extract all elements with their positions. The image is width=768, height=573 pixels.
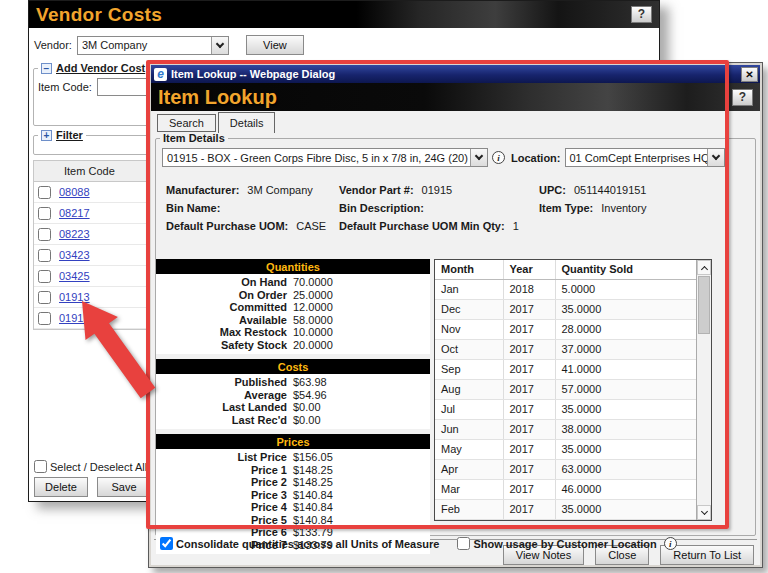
item-checkbox[interactable]	[38, 291, 51, 304]
section-row: Price 1$148.25	[156, 464, 430, 477]
location-select[interactable]: 01 ComCept Enterprises HQ	[565, 148, 725, 167]
tab-bar: Search Details	[151, 111, 760, 132]
page-title: Vendor Costs	[36, 4, 631, 26]
item-checkbox[interactable]	[38, 249, 51, 262]
chevron-down-icon[interactable]	[707, 149, 724, 166]
item-code-link[interactable]: 08088	[59, 186, 90, 198]
section-row: Safety Stock20.0000	[156, 339, 430, 352]
info-icon[interactable]: i	[492, 151, 505, 164]
table-cell: 2017	[503, 320, 555, 340]
year-column-header[interactable]: Year	[503, 260, 555, 280]
location-select-value: 01 ComCept Enterprises HQ	[566, 152, 707, 164]
item-checkbox[interactable]	[38, 270, 51, 283]
table-cell: 2017	[503, 300, 555, 320]
table-cell: 38.0000	[555, 420, 697, 440]
quantities-header: Quantities	[156, 259, 430, 274]
chevron-down-icon[interactable]	[211, 37, 228, 54]
tab-search[interactable]: Search	[157, 114, 216, 132]
item-code-link[interactable]: 08223	[59, 228, 90, 240]
add-vendor-cost-label[interactable]: Add Vendor Cost	[56, 62, 145, 74]
section-row: Price 4$140.84	[156, 501, 430, 514]
select-all-checkbox[interactable]	[34, 460, 47, 473]
save-button[interactable]: Save	[97, 477, 151, 497]
info-icon[interactable]: i	[664, 537, 677, 550]
table-row[interactable]: Aug201757.0000	[435, 380, 697, 400]
item-code-link[interactable]: 03425	[59, 270, 90, 282]
dialog-help-icon[interactable]: ?	[732, 89, 753, 106]
vendor-select[interactable]: 3M Company	[77, 36, 229, 55]
section-row: Price 2$148.25	[156, 476, 430, 489]
item-checkbox[interactable]	[38, 186, 51, 199]
item-select[interactable]: 01915 - BOX - Green Corps Fibre Disc, 5 …	[162, 148, 488, 167]
table-cell: 63.0000	[555, 460, 697, 480]
vendor-select-value: 3M Company	[78, 39, 211, 51]
table-row[interactable]: Dec201735.0000	[435, 300, 697, 320]
month-column-header[interactable]: Month	[435, 260, 503, 280]
table-row[interactable]: May201735.0000	[435, 440, 697, 460]
item-code-link[interactable]: 01913	[59, 291, 90, 303]
expand-icon[interactable]: +	[41, 130, 52, 141]
table-row[interactable]: Jan201735.0000	[435, 520, 697, 522]
show-usage-checkbox[interactable]	[457, 537, 470, 550]
location-label: Location:	[511, 152, 561, 164]
item-code-link[interactable]: 03423	[59, 249, 90, 261]
table-cell: 2017	[503, 500, 555, 520]
ie-icon: e	[154, 68, 167, 81]
view-button[interactable]: View	[246, 35, 304, 55]
scrollbar-thumb[interactable]	[698, 276, 710, 334]
bin-name-label: Bin Name:	[166, 202, 220, 214]
table-cell: May	[435, 440, 503, 460]
show-usage-option[interactable]: Show usage by Customer Location i	[457, 537, 676, 550]
item-code-link[interactable]: 01915	[59, 312, 90, 324]
table-row[interactable]: Jul201735.0000	[435, 400, 697, 420]
table-cell: 2017	[503, 480, 555, 500]
upc-label: UPC:	[539, 184, 566, 196]
filter-label[interactable]: Filter	[56, 129, 83, 141]
consolidate-checkbox[interactable]	[160, 537, 173, 550]
table-row[interactable]: Apr201763.0000	[435, 460, 697, 480]
table-row[interactable]: Jun201738.0000	[435, 420, 697, 440]
table-row[interactable]: Feb201735.0000	[435, 500, 697, 520]
select-deselect-all[interactable]: Select / Deselect All	[34, 460, 151, 473]
table-row[interactable]: Oct201737.0000	[435, 340, 697, 360]
scroll-down-icon[interactable]	[697, 505, 711, 520]
table-cell: 35.0000	[555, 400, 697, 420]
list-item: 08088	[34, 182, 146, 203]
section-row: Last Landed$0.00	[156, 401, 430, 414]
table-cell: Jan	[435, 520, 503, 522]
chevron-down-icon[interactable]	[470, 149, 487, 166]
table-row[interactable]: Sep201741.0000	[435, 360, 697, 380]
section-row: On Order25.0000	[156, 289, 430, 302]
item-checkbox[interactable]	[38, 207, 51, 220]
delete-button[interactable]: Delete	[34, 477, 88, 497]
table-cell: Feb	[435, 500, 503, 520]
close-icon[interactable]: ✕	[741, 67, 758, 82]
item-code-link[interactable]: 08217	[59, 207, 90, 219]
item-checkbox[interactable]	[38, 312, 51, 325]
table-cell: 2017	[503, 360, 555, 380]
table-row[interactable]: Mar201746.0000	[435, 480, 697, 500]
table-cell: 2017	[503, 440, 555, 460]
scrollbar[interactable]	[696, 260, 711, 520]
quantities-section: Quantities On Hand70.0000On Order25.0000…	[156, 259, 430, 354]
scroll-up-icon[interactable]	[697, 260, 711, 275]
item-checkbox[interactable]	[38, 228, 51, 241]
table-cell: 57.0000	[555, 380, 697, 400]
uom-value: CASE	[296, 220, 326, 232]
table-row[interactable]: Nov201728.0000	[435, 320, 697, 340]
upc-value: 051144019151	[574, 184, 647, 196]
costs-header: Costs	[156, 359, 430, 374]
quantity-sold-column-header[interactable]: Quantity Sold	[555, 260, 697, 280]
table-cell: 2017	[503, 520, 555, 522]
table-cell: 2017	[503, 340, 555, 360]
list-item: 08223	[34, 224, 146, 245]
table-cell: 2018	[503, 280, 555, 300]
table-row[interactable]: Jan20185.0000	[435, 280, 697, 300]
tab-details[interactable]: Details	[218, 112, 276, 133]
consolidate-option[interactable]: Consolidate quantities across all Units …	[160, 537, 439, 550]
help-icon[interactable]: ?	[631, 6, 652, 23]
section-row: On Hand70.0000	[156, 276, 430, 289]
vendor-costs-header: Vendor Costs ?	[29, 1, 659, 28]
dialog-titlebar[interactable]: e Item Lookup -- Webpage Dialog ✕	[151, 65, 760, 83]
collapse-icon[interactable]: −	[41, 63, 52, 74]
